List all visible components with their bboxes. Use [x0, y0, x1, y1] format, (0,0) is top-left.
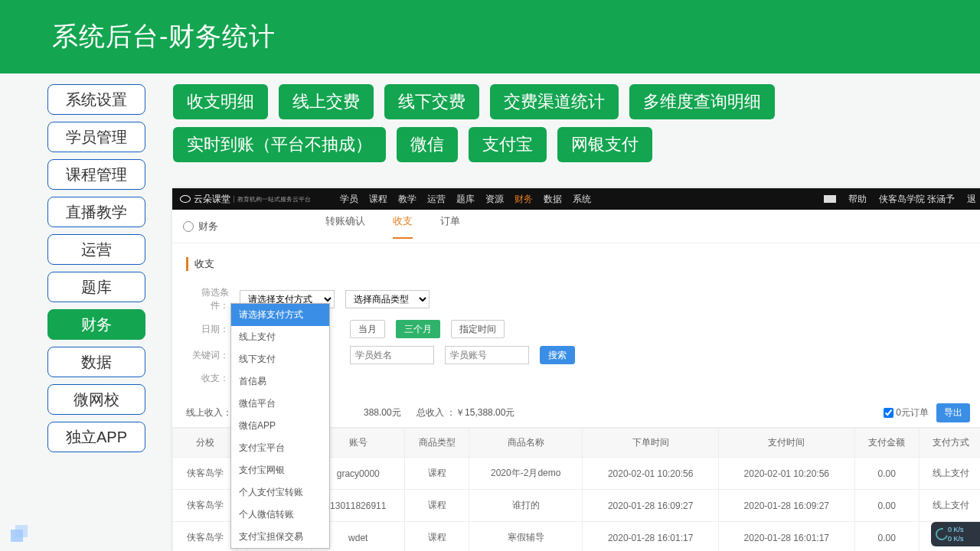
pill-线上交费[interactable]: 线上交费: [279, 84, 374, 119]
sidebar-item-微网校[interactable]: 微网校: [47, 384, 145, 415]
sub-tabs: 转账确认收支订单: [325, 214, 460, 239]
feature-pills-row2: 实时到账（平台不抽成）微信支付宝网银支付: [173, 127, 862, 162]
app-topbar: 云朵课堂教育机构一站式服务云平台 学员课程教学运营题库资源财务数据系统 帮助 侠…: [172, 188, 980, 210]
org-user[interactable]: 侠客岛学院 张涵予: [879, 193, 955, 206]
sidebar-item-独立APP[interactable]: 独立APP: [47, 422, 145, 452]
dropdown-option[interactable]: 支付宝网银: [231, 459, 329, 481]
decoration-bottom-left: [11, 525, 28, 542]
input-student-name[interactable]: [350, 346, 434, 364]
pill-微信[interactable]: 微信: [397, 127, 458, 162]
topnav-题库[interactable]: 题库: [456, 193, 475, 206]
dropdown-option[interactable]: 个人微信转账: [231, 504, 329, 526]
topnav-课程[interactable]: 课程: [369, 193, 387, 206]
pill-实时到账（平台不抽成）[interactable]: 实时到账（平台不抽成）: [173, 127, 386, 162]
sidebar-item-财务[interactable]: 财务: [47, 309, 145, 340]
topnav-数据[interactable]: 数据: [544, 193, 562, 206]
income-partial: 388.00元: [364, 406, 401, 419]
sidebar-item-课程管理[interactable]: 课程管理: [47, 159, 145, 190]
sub-section: 财务: [198, 220, 218, 233]
pill-收支明细[interactable]: 收支明细: [173, 84, 268, 119]
dropdown-option[interactable]: 请选择支付方式: [231, 304, 329, 326]
column-header: 下单时间: [583, 429, 719, 458]
dropdown-option[interactable]: 线下支付: [231, 348, 329, 370]
btn-current-month[interactable]: 当月: [350, 320, 385, 338]
network-speed-widget: 0 K/s 0 K/s: [931, 522, 980, 546]
page-title: 系统后台-财务统计: [52, 19, 276, 54]
app-logo: 云朵课堂教育机构一站式服务云平台: [180, 193, 311, 206]
sidebar-item-系统设置[interactable]: 系统设置: [47, 84, 145, 115]
side-nav: 系统设置学员管理课程管理直播教学运营题库财务数据微网校独立APP: [47, 84, 145, 452]
tab-订单[interactable]: 订单: [440, 214, 460, 239]
dropdown-option[interactable]: 支付宝担保交易: [231, 526, 329, 548]
input-student-account[interactable]: [445, 346, 529, 364]
topnav-教学[interactable]: 教学: [398, 193, 416, 206]
topnav-学员[interactable]: 学员: [340, 193, 358, 206]
label-inout: 收支：: [186, 372, 229, 385]
btn-search[interactable]: 搜索: [540, 346, 575, 364]
export-button[interactable]: 导出: [936, 403, 970, 422]
btn-custom-date[interactable]: 指定时间: [451, 320, 505, 338]
topnav-资源[interactable]: 资源: [485, 193, 504, 206]
payment-method-dropdown[interactable]: 请选择支付方式线上支付线下支付首信易微信平台微信APP支付宝平台支付宝网银个人支…: [230, 303, 330, 549]
topnav-财务[interactable]: 财务: [514, 193, 533, 206]
label-keyword: 关键词：: [186, 349, 229, 362]
zero-order-checkbox[interactable]: [884, 408, 893, 418]
feature-pills-row1: 收支明细线上交费线下交费交费渠道统计多维度查询明细: [173, 84, 862, 119]
dropdown-option[interactable]: 微信平台: [231, 393, 329, 415]
sidebar-item-数据[interactable]: 数据: [47, 347, 145, 377]
page-header: 系统后台-财务统计: [0, 0, 980, 73]
column-header: 分校: [173, 429, 237, 458]
app-top-nav: 学员课程教学运营题库资源财务数据系统: [340, 193, 591, 206]
sidebar-item-学员管理[interactable]: 学员管理: [47, 122, 145, 152]
cloud-icon: [180, 195, 191, 203]
dropdown-option[interactable]: 线上支付: [231, 326, 329, 348]
column-header: 商品类型: [405, 429, 469, 458]
pill-多维度查询明细[interactable]: 多维度查询明细: [629, 84, 775, 119]
dropdown-option[interactable]: 个人支付宝转账: [231, 481, 329, 504]
finance-app-window: 云朵课堂教育机构一站式服务云平台 学员课程教学运营题库资源财务数据系统 帮助 侠…: [172, 188, 980, 551]
dropdown-option[interactable]: 支付宝平台: [231, 437, 329, 459]
topnav-系统[interactable]: 系统: [573, 193, 591, 206]
dropdown-option[interactable]: 首信易: [231, 370, 329, 393]
app-subbar: 财务 转账确认收支订单: [172, 210, 980, 243]
topnav-运营[interactable]: 运营: [427, 193, 446, 206]
zero-order-checkbox-label[interactable]: 0元订单: [884, 406, 929, 419]
tab-转账确认[interactable]: 转账确认: [325, 214, 365, 239]
column-header: 商品名称: [469, 429, 583, 458]
section-title: 收支: [186, 257, 980, 271]
pill-网银支付[interactable]: 网银支付: [557, 127, 652, 162]
sidebar-item-直播教学[interactable]: 直播教学: [47, 197, 145, 227]
sidebar-item-运营[interactable]: 运营: [47, 234, 145, 265]
user-icon: [183, 221, 194, 232]
label-date: 日期：: [186, 323, 229, 336]
mail-icon[interactable]: [824, 195, 836, 203]
select-goods-type[interactable]: 选择商品类型: [345, 290, 430, 308]
label-filter: 筛选条件：: [186, 286, 229, 312]
pill-支付宝[interactable]: 支付宝: [469, 127, 547, 162]
logout-link[interactable]: 退: [967, 193, 976, 206]
btn-three-months[interactable]: 三个月: [396, 320, 440, 338]
pill-交费渠道统计[interactable]: 交费渠道统计: [490, 84, 619, 119]
column-header: 支付时间: [718, 429, 854, 458]
column-header: 支付方式: [919, 429, 980, 458]
pill-线下交费[interactable]: 线下交费: [384, 84, 479, 119]
tab-收支[interactable]: 收支: [393, 214, 413, 239]
sidebar-item-题库[interactable]: 题库: [47, 272, 145, 302]
column-header: 支付金额: [854, 429, 919, 458]
dropdown-option[interactable]: 微信APP: [231, 415, 329, 437]
logo-subtitle: 教育机构一站式服务云平台: [234, 196, 311, 203]
help-link[interactable]: 帮助: [848, 193, 867, 206]
filters-panel: 筛选条件： 请选择支付方式 选择商品类型 日期： 当月 三个月 指定时间 关键词…: [172, 280, 980, 399]
total-income: 总收入 ：￥15,388.00元: [416, 406, 515, 419]
